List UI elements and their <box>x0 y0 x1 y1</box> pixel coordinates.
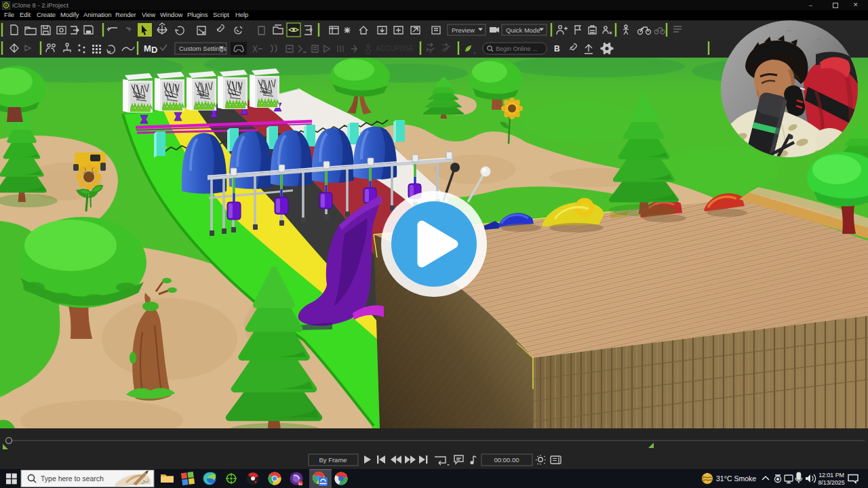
svg-text:12:01 PM: 12:01 PM <box>818 472 844 479</box>
svg-text:8/13/2025: 8/13/2025 <box>818 479 844 486</box>
svg-text:Preview: Preview <box>452 26 475 34</box>
svg-text:9+: 9+ <box>298 482 302 486</box>
svg-text:By Frame: By Frame <box>319 456 347 464</box>
svg-text:00:00.00: 00:00.00 <box>494 456 519 464</box>
svg-text:D: D <box>151 45 157 55</box>
svg-text:B: B <box>554 44 560 54</box>
svg-text:ACCUPOSE: ACCUPOSE <box>376 45 414 52</box>
svg-text:Quick Mode: Quick Mode <box>506 26 540 34</box>
svg-text:31°C Smoke: 31°C Smoke <box>716 474 756 483</box>
svg-text:M: M <box>144 43 151 54</box>
svg-text:Begin Online ...: Begin Online ... <box>496 45 538 52</box>
svg-text:Type here to search: Type here to search <box>41 474 104 483</box>
svg-text:Custom Settings: Custom Settings <box>179 45 226 52</box>
